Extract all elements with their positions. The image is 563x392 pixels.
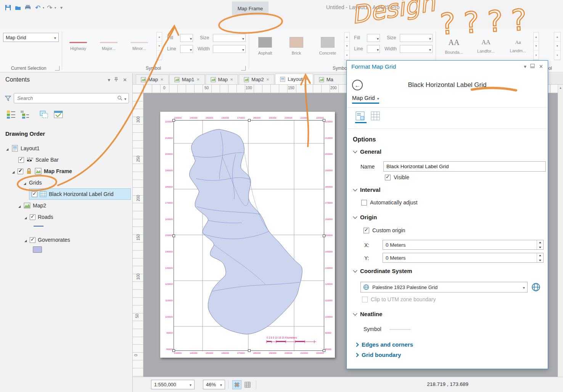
list-by-source-icon[interactable] — [20, 109, 30, 119]
gallery-scrollbar[interactable]: ▲▼▾ — [344, 32, 350, 60]
vertical-scrollbar[interactable]: ▲ — [558, 85, 563, 377]
name-field[interactable]: Black Horizontal Label Grid — [383, 161, 546, 172]
search-icon[interactable] — [117, 95, 123, 101]
map-grid-selector[interactable]: Map Grid — [352, 95, 379, 104]
section-interval[interactable]: Interval — [354, 186, 380, 193]
tree-item-layout1[interactable]: Layout1 — [0, 143, 131, 154]
snap-to-layout-grid-button[interactable] — [232, 380, 241, 389]
selection-handle[interactable] — [323, 235, 325, 237]
expander-icon[interactable] — [5, 145, 9, 151]
gallery-item-boundary-text[interactable]: AA Bounda... — [439, 32, 468, 60]
zoom-combo[interactable]: 46% — [203, 380, 225, 389]
selection-handle[interactable] — [172, 235, 175, 237]
dock-icon[interactable] — [530, 64, 535, 69]
show-layout-grid-button[interactable] — [243, 380, 252, 389]
pane-menu-icon[interactable]: ▾ — [108, 77, 110, 83]
gallery-item-concrete[interactable]: Concrete — [315, 32, 340, 60]
close-icon[interactable]: ✕ — [539, 64, 543, 69]
expander-icon[interactable] — [11, 168, 15, 174]
view-tab-map-2[interactable]: Map✕ — [206, 74, 238, 84]
gallery-item-landmark-text[interactable]: Aa Landm... — [503, 32, 532, 60]
custom-origin-row[interactable]: Custom origin — [364, 227, 405, 233]
gallery-item-minor[interactable]: Minor... — [127, 32, 152, 60]
visible-checkbox[interactable] — [385, 175, 391, 180]
section-coordinate-system[interactable]: Coordinate System — [354, 268, 412, 274]
view-tab-layout[interactable]: Layout✕ — [275, 74, 313, 84]
close-tab-icon[interactable]: ✕ — [196, 77, 199, 82]
selection-handle[interactable] — [248, 119, 251, 122]
width-dropdown[interactable] — [400, 45, 433, 53]
selection-handle[interactable] — [323, 349, 325, 352]
spinner-buttons[interactable] — [537, 240, 543, 249]
tree-item-roads[interactable]: Roads — [0, 211, 131, 223]
fill-color-dropdown[interactable] — [180, 34, 193, 42]
pane-menu-icon[interactable]: ▾ — [524, 64, 526, 69]
coordinate-system-globe-button[interactable] — [531, 283, 540, 293]
selection-handle[interactable] — [172, 349, 175, 352]
close-tab-icon[interactable]: ✕ — [230, 77, 233, 82]
redo-dropdown-icon[interactable]: ▾ — [55, 6, 56, 10]
current-selection-launcher-icon[interactable] — [55, 66, 60, 71]
map-frame-element[interactable]: 0 2.5 5 10 15 20 Kilometers 130000140000… — [174, 120, 324, 351]
x-origin-spinner[interactable]: 0 Meters — [383, 240, 544, 250]
print-icon[interactable] — [24, 3, 32, 12]
size-dropdown[interactable] — [213, 34, 246, 42]
line-color-dropdown[interactable] — [180, 45, 193, 53]
visibility-checkbox[interactable] — [18, 169, 23, 174]
save-project-icon[interactable] — [4, 3, 12, 12]
view-tab-map1[interactable]: Map1✕ — [169, 74, 205, 84]
section-neatline[interactable]: Neatline — [354, 311, 382, 317]
governorates-fill-symbol[interactable] — [33, 246, 42, 253]
list-by-selection-icon[interactable] — [39, 109, 49, 119]
close-tab-icon[interactable]: ✕ — [160, 77, 163, 82]
vertical-ruler[interactable]: 300250200150100500 — [133, 93, 143, 377]
tree-item-map2[interactable]: Map2 — [0, 200, 131, 211]
undo-button[interactable]: ↶ — [34, 3, 42, 12]
tree-item-governorates[interactable]: Governorates — [0, 234, 131, 246]
close-icon[interactable]: ✕ — [123, 77, 127, 83]
visibility-checkbox[interactable] — [30, 237, 35, 243]
visible-checkbox-row[interactable]: Visible — [385, 174, 409, 180]
customize-toolbar-icon[interactable]: ▾ — [60, 5, 63, 10]
map-grid-selection-combo[interactable]: Map Grid — [3, 33, 59, 42]
list-by-drawing-order-icon[interactable] — [6, 109, 16, 119]
roads-line-symbol[interactable] — [34, 226, 43, 227]
section-general[interactable]: General — [354, 148, 381, 155]
gallery-scrollbar[interactable]: ▲▼▾ — [533, 32, 539, 60]
view-tab-map2[interactable]: Map2✕ — [239, 74, 274, 84]
pin-icon[interactable] — [114, 77, 119, 83]
gallery-item-highway[interactable]: Highway — [66, 32, 91, 60]
expander-icon[interactable] — [24, 237, 27, 243]
search-input[interactable] — [16, 95, 117, 101]
size-dropdown[interactable] — [400, 34, 433, 42]
gallery-scrollbar[interactable]: ▲▼▾ — [156, 32, 162, 60]
section-origin[interactable]: Origin — [354, 214, 377, 220]
undo-dropdown-icon[interactable]: ▾ — [43, 6, 44, 10]
tab-grid-options[interactable] — [355, 111, 367, 123]
neatline-symbol-preview[interactable] — [389, 329, 411, 330]
list-by-editing-icon[interactable] — [53, 109, 63, 119]
gallery-item-brick[interactable]: Brick — [284, 32, 309, 60]
filter-icon[interactable] — [5, 95, 11, 102]
expander-icon[interactable] — [18, 202, 21, 209]
section-edges-and-corners[interactable]: Edges and corners — [355, 341, 413, 348]
visibility-checkbox[interactable] — [30, 214, 35, 220]
line-color-dropdown[interactable] — [367, 45, 380, 53]
visibility-checkbox[interactable] — [18, 157, 24, 163]
fill-color-dropdown[interactable] — [367, 34, 380, 42]
close-tab-icon[interactable]: ✕ — [266, 77, 269, 82]
selection-handle[interactable] — [323, 119, 325, 122]
automatically-adjust-checkbox[interactable] — [361, 200, 367, 206]
selection-handle[interactable] — [248, 349, 251, 352]
automatically-adjust-row[interactable]: Automatically adjust — [361, 199, 418, 206]
open-project-icon[interactable] — [14, 3, 22, 12]
tree-item-map-frame[interactable]: Map Frame — [0, 165, 131, 177]
search-dropdown-icon[interactable] — [124, 95, 126, 101]
tab-grid-components[interactable] — [370, 111, 382, 123]
expander-icon[interactable] — [24, 214, 27, 220]
gallery-item-asphalt[interactable]: Asphalt — [253, 32, 278, 60]
expander-icon[interactable] — [23, 180, 27, 186]
visibility-checkbox[interactable] — [32, 191, 37, 197]
layout-page[interactable]: 0 2.5 5 10 15 20 Kilometers 130000140000… — [160, 112, 335, 358]
redo-button[interactable]: ↷ — [45, 3, 54, 12]
